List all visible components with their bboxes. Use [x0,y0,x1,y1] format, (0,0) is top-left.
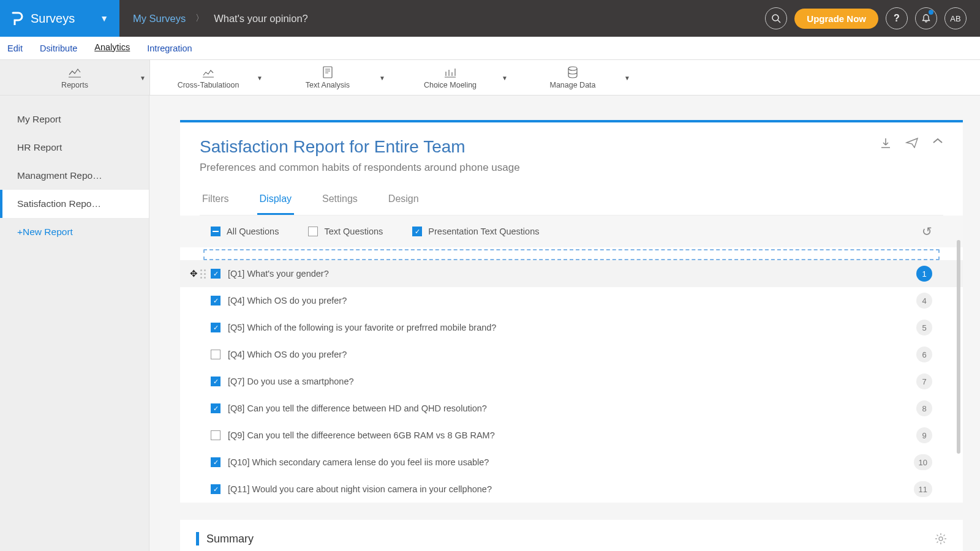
filter-presentation-questions[interactable]: ✓ Presentation Text Questions [412,227,539,236]
question-row[interactable]: ✓[Q10] Which secondary camera lense do y… [180,449,963,476]
checkbox-checked-icon[interactable]: ✓ [211,377,221,386]
chevron-down-icon: ▼ [624,74,630,81]
question-label: [Q5] Which of the following is your favo… [228,323,496,332]
question-row[interactable]: ✥✓[Q1] What's your gender?1 [180,260,963,287]
reset-button[interactable]: ↺ [922,224,932,239]
question-badge: 10 [914,454,932,470]
question-row[interactable]: ✓[Q7] Do you use a smartphone?7 [180,368,963,395]
question-row[interactable]: ✓[Q11] Would you care about night vision… [180,476,963,503]
sidebar-item[interactable]: Satisfaction Repo… [0,190,149,218]
ribbon-crosstab[interactable]: Cross-Tabulatioon ▼ [150,60,266,95]
question-badge: 7 [916,373,932,389]
question-row[interactable]: ✓[Q8] Can you tell the difference betwee… [180,395,963,422]
report-card: Satisfaction Report for Entire Team Pref… [180,120,963,503]
question-label: [Q4] Which OS do you prefer? [228,350,347,359]
question-badge: 1 [916,266,932,282]
question-label: [Q4] Which OS do you prefer? [228,296,347,305]
checkbox-unchecked-icon[interactable] [211,350,221,359]
new-report-button[interactable]: +New Report [0,218,149,246]
question-badge: 8 [916,400,932,416]
question-label: [Q11] Would you care about night vision … [228,484,492,494]
breadcrumb: My Surveys 〉 What's your opinion? [119,0,765,37]
crosstab-icon [202,66,214,79]
gear-icon [935,533,947,545]
ribbon-managedata[interactable]: Manage Data ▼ [511,60,634,95]
report-subtitle: Preferences and common habits of respond… [200,162,943,174]
bell-icon [921,13,931,23]
sidebar-item[interactable]: My Report [0,105,149,133]
checkbox-checked-icon[interactable]: ✓ [211,296,221,305]
checkbox-indeterminate-icon [211,227,221,236]
checkbox-unchecked-icon[interactable] [211,430,221,440]
tab-design[interactable]: Design [386,189,421,215]
svg-point-2 [568,67,577,70]
question-badge: 9 [916,427,932,443]
ribbon-choicemodeling[interactable]: Choice Moeling ▼ [389,60,511,95]
question-label: [Q7] Do you use a smartphone? [228,377,354,386]
checkbox-checked-icon: ✓ [412,227,422,236]
chevron-right-icon: 〉 [195,13,204,24]
notification-dot [929,10,933,15]
question-badge: 6 [916,347,932,362]
chevron-down-icon: ▼ [257,74,263,81]
question-row[interactable]: ✓[Q4] Which OS do you prefer?4 [180,287,963,314]
brand-dropdown[interactable]: Surveys ▼ [0,0,119,37]
question-label: [Q10] Which secondary camera lense do yo… [228,457,489,467]
subnav-analytics[interactable]: Analytics [94,42,130,52]
checkbox-checked-icon[interactable]: ✓ [211,457,221,467]
sidebar: My ReportHR ReportManagment Repo…Satisfa… [0,96,149,551]
checkbox-checked-icon[interactable]: ✓ [211,269,221,279]
line-chart-icon [68,66,81,79]
breadcrumb-current: What's your opinion? [214,13,308,24]
question-row[interactable]: [Q4] Which OS do you prefer?6 [180,341,963,368]
drag-handle[interactable]: ✥ [190,268,206,279]
scrollbar[interactable] [957,240,960,454]
chevron-down-icon: ▼ [379,74,385,81]
subnav-edit[interactable]: Edit [7,43,23,53]
svg-point-0 [772,15,778,21]
question-filters: All Questions Text Questions ✓ Presentat… [180,216,963,247]
drop-zone[interactable] [203,249,940,260]
ribbon-textanalysis[interactable]: Text Analysis ▼ [266,60,389,95]
question-list: ✥✓[Q1] What's your gender?1✓[Q4] Which O… [180,260,963,503]
subnav-integration[interactable]: Intregration [147,43,192,53]
question-row[interactable]: ✓[Q5] Which of the following is your fav… [180,314,963,341]
filter-text-questions[interactable]: Text Questions [308,227,383,236]
tab-settings[interactable]: Settings [320,189,360,215]
question-label: [Q8] Can you tell the difference between… [228,403,487,413]
search-icon [771,13,781,23]
report-title: Satisfaction Report for Entire Team [200,137,943,157]
ribbon: Reports ▼ Cross-Tabulatioon ▼ Text Analy… [0,60,980,96]
content-area: Satisfaction Report for Entire Team Pref… [149,96,980,551]
chevron-down-icon: ▼ [502,74,508,81]
chevron-down-icon: ▼ [140,74,146,81]
filter-all-questions[interactable]: All Questions [211,227,279,236]
sidebar-item[interactable]: HR Report [0,133,149,162]
help-button[interactable]: ? [886,7,908,29]
collapse-button[interactable] [932,137,943,149]
svg-rect-3 [213,231,219,232]
summary-title: Summary [206,533,254,545]
checkbox-checked-icon[interactable]: ✓ [211,323,221,332]
logo-icon [11,12,23,25]
upgrade-button[interactable]: Upgrade Now [794,9,878,29]
question-label: [Q1] What's your gender? [228,269,329,279]
topbar-actions: Upgrade Now ? AB [765,0,980,37]
topbar: Surveys ▼ My Surveys 〉 What's your opini… [0,0,980,37]
tab-filters[interactable]: Filters [200,189,232,215]
settings-button[interactable] [935,533,947,545]
checkbox-checked-icon[interactable]: ✓ [211,484,221,494]
share-button[interactable] [905,137,919,149]
help-icon: ? [894,13,900,24]
notifications-button[interactable] [915,7,937,29]
question-row[interactable]: [Q9] Can you tell the diffeerence betwee… [180,422,963,449]
download-button[interactable] [880,137,892,149]
sidebar-item[interactable]: Managment Repo… [0,162,149,190]
search-button[interactable] [765,7,787,29]
tab-display[interactable]: Display [257,189,294,215]
breadcrumb-root[interactable]: My Surveys [133,13,186,24]
subnav-distribute[interactable]: Dsitribute [40,43,77,53]
checkbox-checked-icon[interactable]: ✓ [211,403,221,413]
ribbon-reports[interactable]: Reports ▼ [0,60,149,95]
user-avatar[interactable]: AB [944,7,967,29]
